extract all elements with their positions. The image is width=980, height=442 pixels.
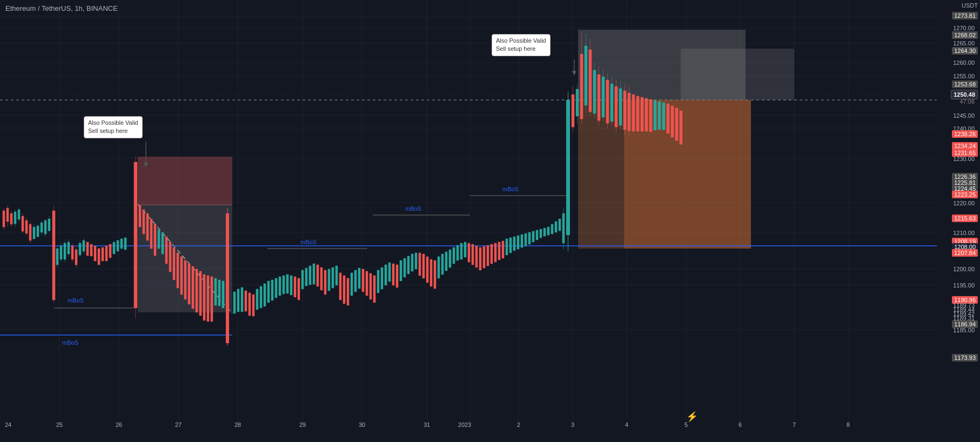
- svg-rect-162: [347, 278, 349, 305]
- svg-rect-125: [207, 276, 209, 322]
- price-1253-68: 1253.68: [952, 81, 978, 88]
- svg-rect-172: [385, 265, 387, 285]
- price-1238: 1238.26: [952, 130, 978, 138]
- svg-rect-209: [525, 233, 527, 246]
- price-1195: 1195.00: [953, 282, 978, 289]
- svg-text:mBoS: mBoS: [300, 239, 317, 245]
- svg-text:mBoS: mBoS: [405, 205, 421, 212]
- svg-rect-255: [649, 99, 652, 132]
- svg-rect-102: [117, 240, 119, 251]
- time-2023: 2023: [458, 421, 471, 428]
- svg-rect-190: [453, 247, 455, 264]
- svg-rect-173: [388, 263, 391, 282]
- svg-rect-182: [422, 254, 425, 278]
- svg-rect-170: [377, 270, 379, 293]
- price-1223: 1223.25: [952, 191, 978, 198]
- svg-rect-261: [675, 108, 678, 140]
- svg-rect-216: [551, 224, 553, 234]
- svg-rect-114: [165, 237, 167, 264]
- svg-rect-195: [472, 244, 474, 265]
- svg-rect-109: [146, 213, 149, 240]
- svg-rect-205: [509, 238, 512, 253]
- price-1173: 1173.93: [952, 354, 978, 361]
- svg-text:mBoS: mBoS: [502, 186, 519, 192]
- time-6: 6: [739, 421, 742, 428]
- svg-rect-152: [309, 266, 311, 285]
- svg-rect-211: [532, 231, 534, 242]
- price-1273: 1273.81: [952, 12, 978, 19]
- price-1185: 1185.00: [953, 327, 978, 333]
- svg-rect-163: [351, 273, 353, 296]
- annotation-right-text: Also Possible Valid Sell setup here: [496, 37, 546, 52]
- svg-rect-185: [434, 260, 436, 289]
- time-29: 29: [299, 421, 306, 428]
- svg-rect-253: [641, 97, 643, 131]
- svg-rect-116: [173, 247, 175, 280]
- svg-rect-215: [547, 227, 549, 235]
- svg-rect-218: [559, 219, 561, 231]
- time-2: 2: [517, 421, 520, 428]
- svg-rect-217: [555, 222, 557, 232]
- annotation-right-box: Also Possible Valid Sell setup here: [492, 34, 551, 56]
- svg-rect-151: [305, 268, 307, 286]
- svg-rect-171: [381, 267, 383, 289]
- svg-rect-135: [245, 291, 247, 311]
- svg-rect-99: [105, 246, 108, 261]
- svg-rect-168: [370, 273, 372, 299]
- svg-rect-175: [396, 265, 398, 287]
- svg-rect-197: [479, 247, 481, 270]
- annotation-left-box: Also Possible Valid Sell setup here: [84, 116, 143, 138]
- price-1210: 1210.00: [953, 230, 978, 236]
- svg-rect-212: [536, 230, 538, 240]
- svg-rect-177: [404, 258, 406, 277]
- time-27: 27: [175, 421, 182, 428]
- svg-rect-210: [528, 232, 531, 244]
- svg-rect-200: [491, 244, 493, 264]
- time-7: 7: [793, 421, 796, 428]
- annotation-left-text: Also Possible Valid Sell setup here: [88, 119, 138, 134]
- svg-rect-132: [233, 292, 236, 313]
- svg-rect-148: [294, 277, 296, 297]
- svg-rect-194: [468, 243, 470, 262]
- svg-rect-254: [645, 98, 648, 131]
- time-25: 25: [56, 421, 63, 428]
- price-1270: 1270.00: [953, 25, 978, 31]
- svg-rect-178: [407, 256, 410, 274]
- lightning-icon: ⚡: [686, 411, 698, 423]
- svg-rect-113: [162, 232, 164, 254]
- price-1220: 1220.00: [953, 200, 978, 206]
- price-1268: 1268.02: [952, 31, 978, 39]
- svg-rect-104: [124, 238, 126, 250]
- svg-rect-187: [441, 254, 444, 274]
- svg-rect-184: [430, 259, 432, 286]
- svg-rect-144: [279, 277, 281, 296]
- svg-rect-145: [283, 276, 285, 294]
- svg-rect-169: [373, 276, 375, 303]
- svg-rect-146: [286, 274, 288, 293]
- svg-rect-123: [199, 271, 202, 316]
- svg-rect-127: [214, 278, 217, 305]
- svg-rect-140: [264, 284, 266, 306]
- svg-rect-121: [192, 266, 194, 309]
- svg-rect-108: [143, 210, 145, 234]
- svg-rect-110: [150, 219, 152, 249]
- price-1215: 1215.63: [952, 215, 978, 222]
- svg-rect-101: [113, 242, 115, 254]
- svg-rect-259: [667, 104, 669, 133]
- svg-rect-260: [671, 106, 674, 137]
- price-1260: 1260.00: [953, 59, 978, 66]
- svg-rect-199: [487, 245, 489, 266]
- svg-rect-165: [358, 268, 360, 289]
- price-1230: 1230.00: [953, 156, 978, 162]
- svg-rect-124: [203, 274, 205, 320]
- svg-rect-98: [102, 247, 104, 261]
- svg-rect-256: [654, 101, 656, 130]
- svg-rect-262: [680, 111, 682, 144]
- svg-rect-117: [177, 253, 179, 288]
- price-chart: mBoS mBoS mBoS mBoS mBoS: [0, 0, 937, 442]
- time-axis: 24 25 26 27 28 29 30 31 2023 2 3 4 5 6 7…: [0, 421, 937, 432]
- svg-rect-133: [237, 289, 239, 312]
- svg-rect-214: [543, 228, 546, 236]
- svg-rect-128: [218, 280, 220, 306]
- chart-container: mBoS mBoS mBoS mBoS mBoS: [0, 0, 980, 442]
